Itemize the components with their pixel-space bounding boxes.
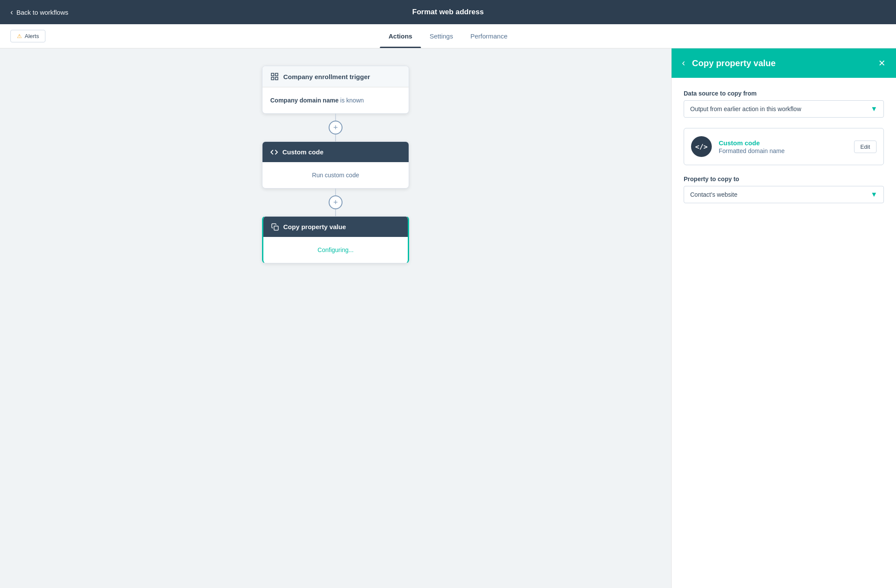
copy-property-title: Copy property value: [283, 223, 346, 230]
trigger-node-title: Company enrollment trigger: [283, 73, 370, 80]
workflow-canvas: Company enrollment trigger Company domai…: [0, 48, 671, 588]
property-label: Property to copy to: [684, 176, 884, 182]
svg-rect-4: [274, 226, 278, 230]
trigger-node: Company enrollment trigger Company domai…: [262, 66, 409, 114]
panel-back-button[interactable]: ‹: [682, 58, 685, 68]
trigger-node-body: Company domain name is known: [262, 87, 409, 113]
tab-performance[interactable]: Performance: [462, 24, 516, 48]
panel-body: Data source to copy from Output from ear…: [672, 78, 896, 215]
line-bottom-2: [335, 209, 336, 216]
source-card-subtitle: Formatted domain name: [719, 147, 847, 154]
property-dropdown[interactable]: Contact's website ▼: [684, 186, 884, 203]
trigger-condition-text: Company domain name: [270, 97, 339, 104]
connector-1: +: [329, 114, 342, 141]
copy-property-node: Copy property value Configuring...: [262, 216, 409, 263]
building-icon: [270, 72, 279, 81]
custom-code-header: Custom code: [262, 142, 409, 162]
dropdown-arrow-icon: ▼: [870, 105, 877, 113]
tabs-container: Actions Settings Performance: [380, 24, 516, 48]
line-bottom-1: [335, 134, 336, 141]
source-card: </> Custom code Formatted domain name Ed…: [684, 128, 884, 165]
property-to-copy-section: Property to copy to Contact's website ▼: [684, 176, 884, 203]
edit-source-button[interactable]: Edit: [854, 141, 877, 153]
source-card-title: Custom code: [719, 139, 847, 147]
data-source-label: Data source to copy from: [684, 90, 884, 97]
line-top-1: [335, 114, 336, 121]
svg-rect-2: [275, 77, 278, 80]
copy-property-card[interactable]: Copy property value Configuring...: [262, 216, 409, 263]
trigger-node-card[interactable]: Company enrollment trigger Company domai…: [262, 66, 409, 114]
tab-settings[interactable]: Settings: [421, 24, 461, 48]
svg-rect-1: [275, 74, 278, 76]
alert-icon: ⚠: [17, 33, 22, 39]
svg-rect-0: [272, 74, 274, 76]
data-source-dropdown[interactable]: Output from earlier action in this workf…: [684, 100, 884, 118]
trigger-node-header: Company enrollment trigger: [262, 66, 409, 87]
code-bracket-icon: </>: [695, 143, 708, 151]
copy-property-body: Configuring...: [263, 237, 408, 263]
source-info: Custom code Formatted domain name: [719, 139, 847, 154]
custom-code-node: Custom code Run custom code: [262, 141, 409, 189]
line-top-2: [335, 189, 336, 195]
alerts-button[interactable]: ⚠ Alerts: [10, 30, 45, 42]
add-step-button-2[interactable]: +: [329, 195, 342, 209]
copy-property-header: Copy property value: [263, 217, 408, 237]
panel-close-button[interactable]: ✕: [878, 59, 886, 67]
back-arrow-icon: ‹: [10, 8, 13, 16]
property-dropdown-arrow-icon: ▼: [870, 191, 877, 198]
page-title: Format web address: [412, 8, 483, 16]
add-step-button-1[interactable]: +: [329, 121, 342, 134]
custom-code-body: Run custom code: [262, 162, 409, 188]
code-icon: [270, 148, 278, 156]
tab-actions[interactable]: Actions: [380, 24, 421, 48]
custom-code-title: Custom code: [282, 148, 323, 156]
data-source-value: Output from earlier action in this workf…: [690, 105, 801, 112]
panel-title: Copy property value: [692, 58, 871, 68]
back-to-workflows-link[interactable]: ‹ Back to workflows: [10, 8, 68, 16]
top-nav: ‹ Back to workflows Format web address: [0, 0, 896, 24]
custom-code-card[interactable]: Custom code Run custom code: [262, 141, 409, 189]
copy-icon: [271, 223, 279, 231]
back-label: Back to workflows: [16, 9, 68, 16]
svg-rect-3: [272, 77, 274, 80]
right-panel: ‹ Copy property value ✕ Data source to c…: [671, 48, 896, 588]
alerts-label: Alerts: [25, 33, 39, 39]
source-icon-circle: </>: [691, 136, 712, 157]
toolbar: ⚠ Alerts Actions Settings Performance: [0, 24, 896, 48]
main-content: Company enrollment trigger Company domai…: [0, 48, 896, 588]
panel-header: ‹ Copy property value ✕: [672, 48, 896, 78]
property-value: Contact's website: [690, 191, 737, 198]
connector-2: +: [329, 189, 342, 216]
data-source-section: Data source to copy from Output from ear…: [684, 90, 884, 118]
